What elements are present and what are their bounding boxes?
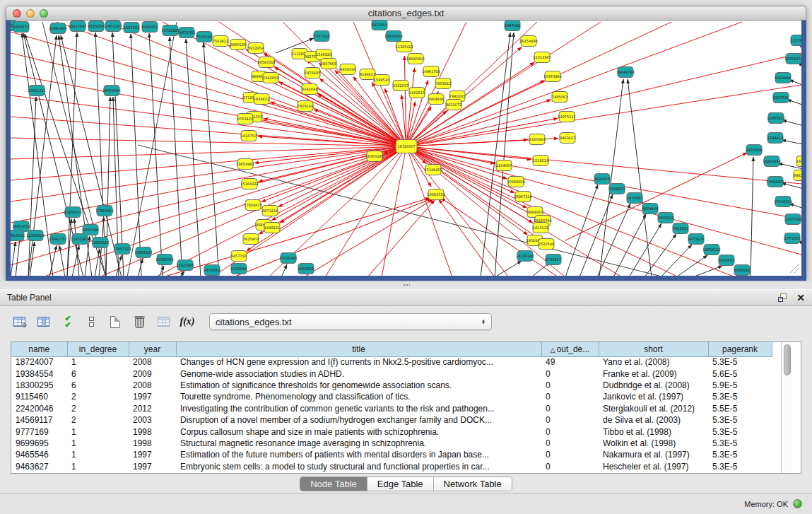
table-cell[interactable]: 0 xyxy=(541,414,599,426)
table-cell[interactable]: Genome-wide association studies in ADHD. xyxy=(176,368,541,379)
table-cell[interactable]: 0 xyxy=(541,368,599,379)
graph-node[interactable]: 20691406 xyxy=(49,23,66,34)
table-cell[interactable]: Estimation of significance thresholds fo… xyxy=(176,380,541,391)
graph-node[interactable]: 1810753 xyxy=(241,131,257,141)
graph-node[interactable]: 1815132 xyxy=(533,223,548,233)
close-panel-icon[interactable]: ✕ xyxy=(796,293,805,303)
graph-node[interactable]: 9397588 xyxy=(83,225,98,235)
graph-node[interactable]: 16210643 xyxy=(763,156,780,167)
table-cell[interactable]: 9463627 xyxy=(11,461,67,472)
table-cell[interactable]: 0 xyxy=(541,380,599,391)
graph-node[interactable]: 11325413 xyxy=(395,42,413,52)
new-table-button[interactable] xyxy=(106,313,124,331)
table-cell[interactable]: Estimation of the future numbers of pati… xyxy=(176,449,541,460)
table-cell[interactable]: 1 xyxy=(67,356,129,368)
column-header-title[interactable]: title xyxy=(176,342,541,356)
node-table[interactable]: namein_degreeyeartitle△out_de...shortpag… xyxy=(11,341,801,474)
float-panel-icon[interactable] xyxy=(778,293,788,303)
table-cell[interactable]: 5.5E-5 xyxy=(708,403,772,414)
graph-node[interactable]: 9227341 xyxy=(773,93,789,103)
table-cell[interactable]: Structural magnetic resonance image aver… xyxy=(176,438,541,449)
graph-node[interactable]: 6479197 xyxy=(627,193,642,204)
graph-node[interactable]: 9245652 xyxy=(719,255,734,266)
graph-node[interactable]: 17604675 xyxy=(244,200,261,211)
graph-node[interactable]: 7485063 xyxy=(552,92,567,103)
table-cell[interactable]: Yano et al. (2008) xyxy=(599,356,708,368)
table-cell[interactable]: 2 xyxy=(67,391,129,402)
table-cell[interactable]: 5.9E-5 xyxy=(708,380,772,391)
table-cell[interactable]: 2008 xyxy=(129,380,176,391)
graph-node[interactable]: 10654112 xyxy=(702,245,720,255)
graph-node[interactable]: 18300295 xyxy=(365,151,383,162)
column-header-out_de[interactable]: △out_de... xyxy=(541,342,599,356)
column-header-pagerank[interactable]: pagerank xyxy=(708,342,772,356)
table-cell[interactable]: Changes of HCN gene expression and I(f) … xyxy=(176,356,541,368)
select-all-button[interactable]: ✔✔ xyxy=(58,313,76,331)
graph-node[interactable]: 2342004 xyxy=(263,73,278,83)
table-cell[interactable]: 5.3E-5 xyxy=(708,356,772,368)
graph-node[interactable]: 1643021 xyxy=(796,156,801,167)
table-cell[interactable]: 5.3E-5 xyxy=(708,414,772,426)
graph-node[interactable]: 12156829 xyxy=(26,230,44,241)
table-row[interactable]: 2242004622012Investigating the contribut… xyxy=(11,403,772,414)
table-cell[interactable]: 9115460 xyxy=(11,391,67,402)
select-columns-button[interactable] xyxy=(34,313,52,331)
graph-node[interactable]: 19218506 xyxy=(384,31,402,42)
graph-node[interactable]: 9242844 xyxy=(302,84,317,95)
graph-node[interactable]: 17957223 xyxy=(113,244,131,255)
close-window-icon[interactable] xyxy=(13,9,21,18)
graph-node[interactable]: 20206535 xyxy=(64,207,81,218)
graph-node[interactable]: 5938923 xyxy=(609,184,625,194)
graph-node[interactable]: 8813054 xyxy=(372,21,387,30)
graph-node[interactable]: 12923445 xyxy=(176,260,194,271)
graph-node[interactable]: 1498221 xyxy=(264,223,280,233)
table-row[interactable]: 977716911998Corpus callosum shape and si… xyxy=(11,426,772,437)
column-header-year[interactable]: year xyxy=(129,342,176,356)
table-cell[interactable]: de Silva et al. (2003) xyxy=(599,414,708,426)
graph-node[interactable]: 12975115 xyxy=(558,112,575,122)
graph-node[interactable]: 9155264 xyxy=(204,265,220,276)
table-cell[interactable]: 22420046 xyxy=(11,403,67,414)
table-cell[interactable]: Hescheler et al. (1997) xyxy=(599,461,708,472)
graph-node[interactable]: 8763420 xyxy=(237,114,253,124)
graph-node[interactable]: 1733457 xyxy=(546,255,561,265)
table-cell[interactable]: Dudbridge et al. (2008) xyxy=(599,380,708,391)
graph-node[interactable]: 14136141 xyxy=(516,251,534,262)
network-canvas[interactable]: 1634224035722069140618217687915525610653… xyxy=(11,21,801,276)
graph-node[interactable]: 2160943 xyxy=(529,134,545,145)
graph-node[interactable]: 12213967 xyxy=(533,52,551,63)
graph-node[interactable]: 6466162 xyxy=(142,22,158,33)
network-view[interactable]: 1634224035722069140618217687915525610653… xyxy=(11,21,801,276)
graph-node[interactable]: 8454749 xyxy=(340,64,355,75)
graph-node[interactable]: 9322037 xyxy=(393,81,408,91)
graph-node[interactable]: 7625402 xyxy=(243,234,259,245)
graph-node[interactable]: 1216219 xyxy=(533,156,548,166)
split-pane-divider[interactable] xyxy=(0,281,812,289)
graph-node[interactable]: 9904436 xyxy=(428,94,444,105)
table-cell[interactable]: 5.6E-5 xyxy=(708,368,772,379)
graph-node[interactable]: 15166822 xyxy=(240,179,258,189)
graph-node[interactable]: 19654982 xyxy=(236,159,254,170)
graph-node[interactable]: 1117843 xyxy=(791,35,801,46)
table-cell[interactable]: 2 xyxy=(67,414,129,426)
graph-node[interactable]: 12093872 xyxy=(767,113,784,124)
table-cell[interactable]: Tibbo et al. (1998) xyxy=(599,426,708,437)
graph-node[interactable]: 17016504 xyxy=(774,197,792,207)
graph-node[interactable]: 19384554 xyxy=(427,189,445,200)
graph-node[interactable]: 9356502 xyxy=(734,265,750,276)
minimize-window-icon[interactable] xyxy=(26,9,35,18)
table-cell[interactable]: 2012 xyxy=(129,403,176,414)
graph-node[interactable]: 9457791 xyxy=(231,251,247,262)
table-cell[interactable]: 6 xyxy=(67,380,129,391)
table-row[interactable]: 969969511998Structural magnetic resonanc… xyxy=(11,438,772,449)
graph-node[interactable]: 1527602 xyxy=(124,23,139,33)
graph-node[interactable]: 7803144 xyxy=(298,101,313,112)
graph-node[interactable]: 2522546 xyxy=(539,239,554,250)
delete-table-button[interactable] xyxy=(130,313,148,331)
graph-node[interactable]: 9329966 xyxy=(775,73,791,83)
graph-node[interactable]: 15692971 xyxy=(766,177,784,187)
table-cell[interactable]: 18724007 xyxy=(11,356,67,368)
table-cell[interactable]: Tourette syndrome. Phenomenology and cla… xyxy=(176,391,541,402)
graph-node[interactable]: 13942757 xyxy=(49,234,66,245)
table-cell[interactable]: 1 xyxy=(67,449,129,460)
